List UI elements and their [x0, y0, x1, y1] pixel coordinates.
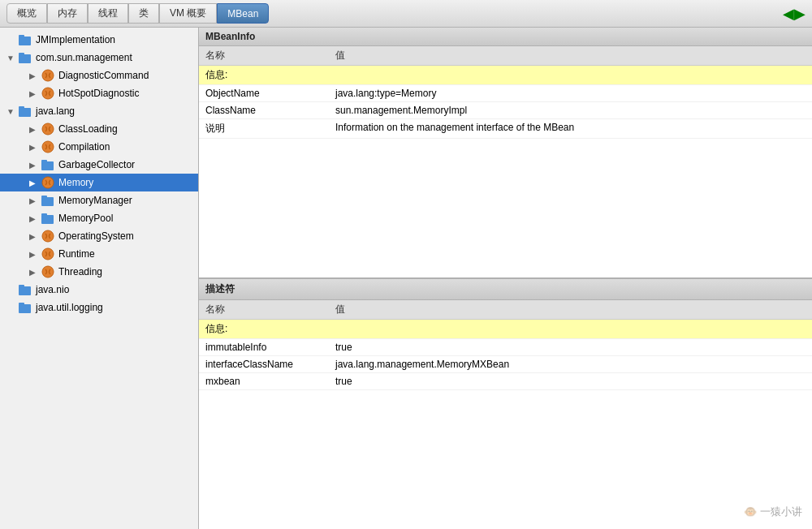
svg-rect-15 [41, 215, 54, 224]
cell-value [329, 320, 812, 339]
folder-icon [18, 50, 32, 65]
table-row: 说明Information on the management interfac… [199, 119, 812, 139]
lower-col-value: 值 [329, 300, 812, 320]
cell-name: ClassName [199, 102, 329, 119]
tree-label: JMImplementation [36, 34, 115, 45]
tree-item-DiagnosticCommand[interactable]: ▶DiagnosticCommand [0, 67, 198, 84]
upper-col-value: 值 [329, 46, 812, 66]
tree-item-JMImplmentation[interactable]: JMImplementation [0, 31, 198, 49]
folder-icon [41, 157, 55, 172]
svg-point-5 [42, 88, 54, 99]
toggle-icon: ▶ [29, 143, 41, 152]
tree-item-Compilation[interactable]: ▶Compilation [0, 138, 198, 156]
svg-rect-2 [19, 54, 31, 63]
upper-table: 名称 值 信息:ObjectNamejava.lang:type=MemoryC… [199, 46, 812, 277]
svg-rect-22 [19, 304, 31, 313]
cell-name: ObjectName [199, 85, 329, 102]
tree-item-ClassLoading[interactable]: ▶ClassLoading [0, 120, 198, 138]
svg-rect-0 [19, 37, 31, 45]
tree-label: OperatingSystem [58, 230, 134, 242]
toggle-icon: ▶ [29, 196, 41, 205]
svg-rect-14 [41, 196, 47, 198]
cell-name: 信息: [199, 320, 329, 339]
cell-name: 说明 [199, 119, 329, 139]
mbean-panel: MBeanInfo 名称 值 信息:ObjectNamejava.lang:ty… [199, 28, 812, 529]
tree-label: GarbageCollector [58, 159, 135, 170]
tree-item-HotSpotDiagnostic[interactable]: ▶HotSpotDiagnostic [0, 84, 198, 102]
tree-item-Memory[interactable]: ▶Memory [0, 174, 198, 191]
tree-label: java.util.logging [36, 302, 103, 313]
toggle-icon: ▼ [6, 54, 18, 62]
main-area: JMImplementation▼com.sun.management▶Diag… [0, 28, 812, 529]
cell-value: true [329, 373, 812, 390]
tree-item-java-util-logging[interactable]: java.util.logging [0, 299, 198, 316]
svg-rect-7 [19, 106, 24, 109]
tree-label: Runtime [58, 248, 95, 260]
folder-icon [41, 193, 55, 208]
toggle-icon: ▶ [29, 250, 41, 259]
svg-rect-3 [19, 53, 24, 55]
tree-item-MemoryManager[interactable]: ▶MemoryManager [0, 191, 198, 209]
tab-MBean[interactable]: MBean [217, 3, 269, 24]
svg-point-4 [42, 70, 54, 81]
table-row: ObjectNamejava.lang:type=Memory [199, 85, 812, 102]
svg-rect-20 [19, 286, 31, 295]
bean-icon [41, 68, 55, 83]
tree-label: Compilation [58, 141, 110, 153]
upper-col-name: 名称 [199, 46, 329, 66]
tab-内存[interactable]: 内存 [47, 3, 88, 24]
toggle-icon: ▶ [29, 89, 41, 98]
tree-label: MemoryManager [58, 195, 132, 206]
tab-概览[interactable]: 概览 [6, 3, 47, 24]
tree-item-Threading[interactable]: ▶Threading [0, 263, 198, 281]
tree-item-java-nio[interactable]: java.nio [0, 281, 198, 299]
svg-point-9 [42, 141, 54, 153]
cell-value: java.lang:type=Memory [329, 85, 812, 102]
tree-item-OperatingSystem[interactable]: ▶OperatingSystem [0, 227, 198, 245]
tree-item-com-sun-management[interactable]: ▼com.sun.management [0, 49, 198, 67]
tree-label: Threading [58, 266, 102, 277]
folder-icon [18, 32, 32, 47]
toggle-icon: ▶ [29, 71, 41, 80]
watermark: 🐵 一猿小讲 [744, 505, 802, 519]
table-row: 信息: [199, 320, 812, 339]
tree-item-Runtime[interactable]: ▶Runtime [0, 245, 198, 263]
svg-rect-11 [41, 160, 47, 162]
cell-value: java.lang.management.MemoryMXBean [329, 356, 812, 373]
upper-section: MBeanInfo 名称 值 信息:ObjectNamejava.lang:ty… [199, 28, 812, 279]
tree-item-GarbageCollector[interactable]: ▶GarbageCollector [0, 156, 198, 174]
svg-point-8 [42, 123, 54, 135]
tree-label: com.sun.management [36, 52, 132, 63]
svg-rect-23 [19, 303, 24, 305]
cell-name: interfaceClassName [199, 356, 329, 373]
lower-table: 名称 值 信息:immutableInfotrueinterfaceClassN… [199, 300, 812, 529]
table-row: 信息: [199, 66, 812, 85]
svg-rect-13 [41, 197, 54, 206]
bean-icon [41, 122, 55, 136]
svg-rect-21 [19, 285, 24, 287]
cell-name: 信息: [199, 66, 329, 85]
tree-item-java-lang[interactable]: ▼java.lang [0, 102, 198, 120]
toggle-icon: ▼ [6, 107, 18, 116]
tab-VM 概要[interactable]: VM 概要 [159, 3, 217, 24]
bean-icon [41, 229, 55, 243]
toggle-icon: ▶ [29, 268, 41, 277]
lower-col-name: 名称 [199, 300, 329, 320]
table-row: interfaceClassNamejava.lang.management.M… [199, 356, 812, 373]
svg-rect-6 [19, 108, 31, 117]
tab-线程[interactable]: 线程 [88, 3, 128, 24]
svg-point-17 [42, 230, 54, 242]
cell-value: sun.management.MemoryImpl [329, 102, 812, 119]
tab-类[interactable]: 类 [128, 3, 159, 24]
cell-value: Information on the management interface … [329, 119, 812, 139]
tree-item-MemoryPool[interactable]: ▶MemoryPool [0, 209, 198, 227]
folder-icon [18, 282, 32, 297]
svg-point-12 [42, 177, 54, 188]
bean-icon [41, 140, 55, 154]
toolbar-indicator: ◀▶ [783, 5, 806, 23]
table-row: mxbeantrue [199, 373, 812, 390]
tree-label: DiagnosticCommand [58, 70, 149, 81]
folder-icon [18, 300, 32, 315]
toggle-icon: ▶ [29, 232, 41, 241]
lower-section-title: 描述符 [199, 279, 812, 300]
